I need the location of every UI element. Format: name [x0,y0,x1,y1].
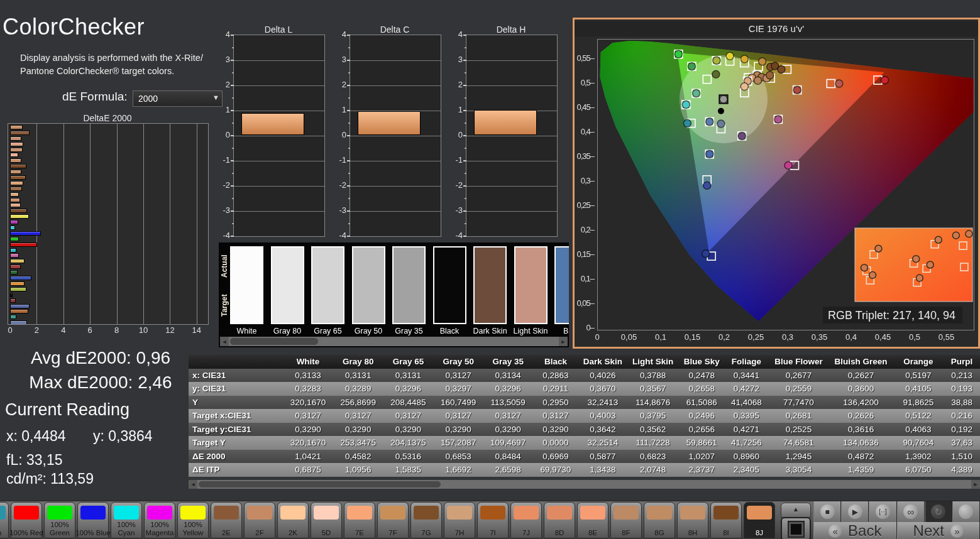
inset-point [916,275,923,281]
patch-swatch [614,506,639,520]
deltae-bar-chart [8,123,209,325]
lch-chart [466,35,558,237]
toolbar-patch-button[interactable]: 8F [610,502,642,538]
continuous-icon: ∞ [903,504,918,519]
patch-button-label: 5D [309,529,344,537]
y-tick-label: -1 [333,155,346,165]
toolbar-patch-button[interactable]: 7I [477,502,509,538]
toolbar-patch-button[interactable]: 8I [710,502,742,538]
table-cell: 109,4697 [483,436,532,450]
y-tick-label: 1 [216,105,230,114]
next-button[interactable]: Next » [897,522,980,539]
single-measure-button[interactable]: [··] [869,501,896,522]
toolbar-patch-button[interactable]: 7E [344,502,375,538]
patch-swatch [14,506,39,520]
y-tick [231,185,234,187]
table-cell: 0,2681 [769,409,829,423]
table-cell: 0,3600 [829,382,893,396]
blackout-button[interactable] [781,517,811,539]
play-button[interactable]: ▶ [841,501,869,522]
cie-point [682,101,690,109]
color-patch [352,246,385,324]
toolbar-patch-button[interactable]: 8G [644,502,675,538]
current-y-value: y: 0,3864 [93,428,153,445]
table-cell: 0,3127 [483,409,532,423]
toolbar-patch-button[interactable]: 8H [677,502,708,538]
cie-point [766,72,774,79]
toolbar-patch-button[interactable]: Cyan [0,502,9,538]
table-scrollbar[interactable]: ◄► [189,480,980,489]
y-minor-tick [232,122,234,124]
gridline [466,136,557,136]
deltae-chart-title: DeltaE 2000 [8,113,207,123]
patch-button-label: 7E [342,529,377,537]
scroll-left-button[interactable]: ◄ [220,337,229,346]
table-cell: 0,2627 [829,369,893,383]
column-header: Black [532,355,578,369]
scroll-thumb[interactable] [199,481,441,487]
scroll-thumb[interactable] [230,338,318,345]
toolbar-patch-button[interactable]: 7H [444,502,475,538]
gridline [234,161,324,161]
table-cell: 1,2945 [769,450,829,464]
toolbar-patch-button[interactable]: 7F [377,502,409,538]
table-cell: 0,3131 [383,369,434,383]
scroll-right-button[interactable]: ► [559,337,568,346]
toolbar-patch-button[interactable]: 100% Yellow [177,502,209,538]
de-formula-dropdown[interactable]: 2000 ▼ [133,90,223,107]
table-cell: 0,2677 [769,369,829,383]
table-cell: 1,6692 [433,463,483,477]
actual-row-label: Actual [220,248,229,285]
scroll-left-button[interactable]: ◄ [189,480,197,489]
inset-point [861,264,867,271]
toolbar-patch-button[interactable]: 100% Cyan [111,502,142,538]
table-cell: 0,3133 [283,369,333,383]
table-cell: 0,2950 [532,396,578,410]
cie-point [683,119,691,127]
single-measure-icon: [··] [876,504,890,519]
scroll-right-button[interactable]: ► [971,480,980,489]
blank-button[interactable] [952,501,980,522]
patch-label: Gray 80 [273,327,301,335]
toolbar-patch-button[interactable]: 8E [577,502,608,538]
toolbar-patch-button[interactable]: 100% Blue [77,502,109,538]
table-cell: 0,3296 [383,382,434,396]
y-minor-tick [465,223,466,224]
table-cell: 0,6853 [433,450,483,464]
back-button[interactable]: « Back [813,522,897,539]
table-cell: 0,4063 [893,423,944,437]
cie-x-tick-label: 0,4 [845,332,857,342]
refresh-button[interactable]: ↻ [925,501,952,522]
toolbar-patch-button[interactable]: 7J [510,502,542,538]
toolbar-patch-button[interactable]: 7G [410,502,442,538]
patch-button-label: 7J [509,529,544,537]
lch-chart-title: Delta H [466,24,556,35]
patch-swatch [147,506,172,520]
toolbar-patch-button[interactable]: 100% Magenta [144,502,175,538]
deltae-bar [10,287,26,291]
column-header: Gray 65 [383,355,434,369]
table-cell: 69,9730 [532,463,578,477]
toolbar-patch-button[interactable]: 5D [311,502,342,538]
deltae-bar [10,293,13,297]
toolbar-patch-button[interactable]: 8D [544,502,575,538]
toolbar-patch-button[interactable]: 100% Red [11,502,42,538]
table-cell: 1,3438 [579,463,627,477]
table-cell: 0,3642 [579,423,627,437]
stop-button[interactable]: ■ [813,501,841,522]
swatch-scrollbar[interactable]: ◄► [220,337,568,346]
toolbar-patch-button[interactable]: 2K [277,502,309,538]
row-label: Target x:CIE31 [189,409,283,423]
table-cell: 74,6581 [769,436,829,450]
gridline [234,211,324,212]
toolbar-patch-button[interactable]: 2F [244,502,275,538]
toolbar-patch-button[interactable]: 2E [211,502,242,538]
scroll-up-button[interactable]: ▲ [781,503,811,518]
toolbar-patch-button[interactable]: 100% Green [44,502,75,538]
swatch-item: Gray 35 [392,246,426,335]
toolbar-patch-button[interactable]: 8J [744,502,775,538]
y-tick-label: 0 [449,130,463,139]
continuous-button[interactable]: ∞ [897,501,925,522]
table-cell: 0,3290 [532,423,578,437]
table-cell: 41,7256 [724,436,768,450]
